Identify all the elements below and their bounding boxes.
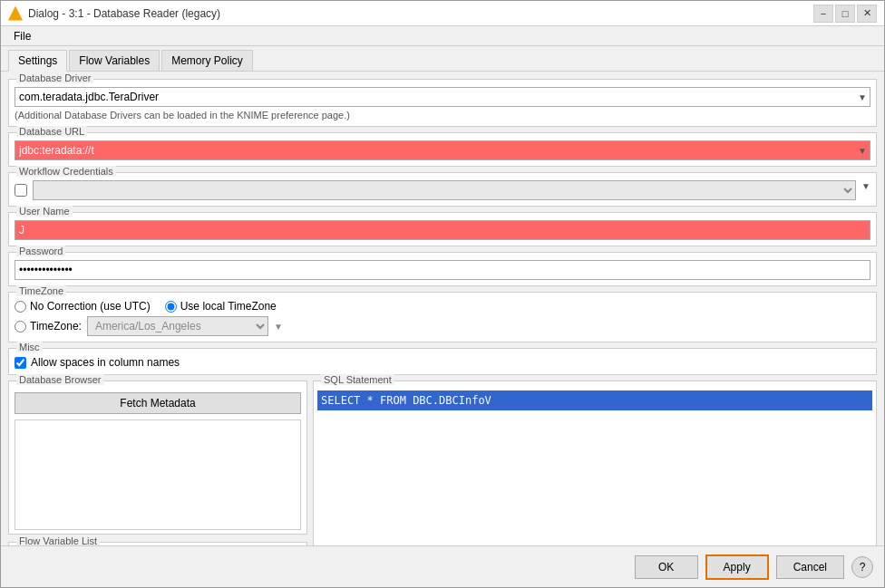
timezone-label: TimeZone (16, 285, 66, 296)
database-url-section: Database URL ▼ (8, 132, 877, 167)
sql-empty-area (314, 412, 876, 545)
user-name-label: User Name (16, 206, 73, 217)
left-stack: Database Browser Fetch Metadata Flow Var… (8, 381, 307, 545)
footer-bar: OK Apply Cancel ? (1, 545, 884, 587)
workflow-credentials-label: Workflow Credentials (16, 166, 116, 177)
driver-hint: (Additional Database Drivers can be load… (15, 110, 870, 120)
bottom-panels: Database Browser Fetch Metadata Flow Var… (8, 381, 877, 545)
timezone-inner: No Correction (use UTC) Use local TimeZo… (15, 300, 870, 336)
title-bar: Dialog - 3:1 - Database Reader (legacy) … (1, 1, 884, 26)
password-section: Password (8, 252, 877, 286)
password-inner (15, 260, 870, 280)
tab-settings[interactable]: Settings (8, 50, 67, 72)
tabs-bar: Settings Flow Variables Memory Policy (1, 46, 884, 72)
database-driver-label: Database Driver (16, 72, 93, 83)
radio-no-correction-label: No Correction (use UTC) (30, 300, 151, 313)
user-name-input[interactable] (15, 220, 870, 240)
database-driver-inner: com.teradata.jdbc.TeraDriver ▼ (Addition… (15, 87, 870, 120)
main-window: Dialog - 3:1 - Database Reader (legacy) … (0, 0, 885, 588)
timezone-section: TimeZone No Correction (use UTC) Use loc… (8, 292, 877, 342)
maximize-button[interactable]: □ (835, 5, 855, 23)
browser-tree (15, 419, 301, 530)
minimize-button[interactable]: − (813, 5, 833, 23)
database-browser-panel: Database Browser Fetch Metadata (8, 381, 307, 535)
database-url-label: Database URL (16, 126, 87, 137)
flow-variable-panel: Flow Variable List s knime.workspace ▲ ▼ (8, 542, 307, 545)
title-bar-left: Dialog - 3:1 - Database Reader (legacy) (8, 6, 220, 21)
misc-section: Misc Allow spaces in column names (8, 348, 877, 375)
driver-select-wrapper: com.teradata.jdbc.TeraDriver ▼ (15, 87, 870, 107)
timezone-select-row: TimeZone: America/Los_Angeles ▼ (15, 316, 870, 336)
credentials-arrow: ▼ (861, 180, 870, 190)
credentials-row: ▼ (15, 180, 870, 200)
driver-select[interactable]: com.teradata.jdbc.TeraDriver (15, 87, 870, 107)
menu-bar: File (1, 26, 884, 46)
sql-selected-text[interactable]: SELECT * FROM DBC.DBCInfoV (317, 390, 872, 410)
browser-label: Database Browser (16, 374, 104, 385)
password-input[interactable] (15, 260, 870, 280)
main-content: Database Driver com.teradata.jdbc.TeraDr… (1, 72, 884, 545)
sql-statement-panel: SQL Statement SELECT * FROM DBC.DBCInfoV… (313, 381, 877, 545)
browser-inner: Fetch Metadata (9, 389, 306, 534)
credentials-checkbox[interactable] (15, 184, 27, 197)
allow-spaces-label[interactable]: Allow spaces in column names (15, 356, 870, 369)
sql-inner: SELECT * FROM DBC.DBCInfoV ◀ ▶ Run SQL q… (314, 389, 876, 545)
misc-inner: Allow spaces in column names (15, 356, 870, 369)
misc-label: Misc (16, 342, 43, 352)
timezone-select[interactable]: America/Los_Angeles (87, 316, 268, 336)
warning-icon (8, 6, 23, 21)
user-name-inner (15, 220, 870, 240)
url-input-row: ▼ (15, 140, 870, 160)
title-controls: − □ ✕ (813, 5, 877, 23)
radio-local-tz-label: Use local TimeZone (180, 300, 277, 313)
flow-variable-label: Flow Variable List (16, 535, 100, 545)
tab-memory-policy[interactable]: Memory Policy (161, 50, 253, 71)
timezone-select-arrow: ▼ (274, 322, 283, 332)
fetch-metadata-button[interactable]: Fetch Metadata (15, 392, 301, 414)
password-label: Password (16, 246, 65, 256)
allow-spaces-checkbox[interactable] (15, 357, 26, 369)
close-button[interactable]: ✕ (857, 5, 877, 23)
database-url-input[interactable] (15, 140, 870, 160)
radio-timezone-specific-input[interactable] (15, 321, 26, 333)
radio-timezone-specific[interactable]: TimeZone: (15, 320, 82, 333)
apply-button[interactable]: Apply (705, 554, 769, 580)
cancel-button[interactable]: Cancel (776, 555, 844, 579)
timezone-radio-group: No Correction (use UTC) Use local TimeZo… (15, 300, 870, 313)
radio-local-tz-input[interactable] (165, 301, 177, 313)
help-button[interactable]: ? (851, 556, 873, 578)
database-url-inner: ▼ (15, 140, 870, 160)
credentials-select[interactable] (33, 180, 856, 200)
database-driver-section: Database Driver com.teradata.jdbc.TeraDr… (8, 79, 877, 127)
workflow-credentials-inner: ▼ (15, 180, 870, 200)
workflow-credentials-section: Workflow Credentials ▼ (8, 172, 877, 207)
timezone-row-label: TimeZone: (30, 320, 82, 333)
tab-flow-variables[interactable]: Flow Variables (69, 50, 160, 71)
menu-file[interactable]: File (6, 28, 38, 44)
radio-no-correction[interactable]: No Correction (use UTC) (15, 300, 151, 313)
ok-button[interactable]: OK (635, 555, 698, 579)
radio-no-correction-input[interactable] (15, 301, 26, 313)
radio-local-tz[interactable]: Use local TimeZone (165, 300, 277, 313)
window-title: Dialog - 3:1 - Database Reader (legacy) (28, 7, 220, 20)
sql-statement-label: SQL Statement (321, 374, 394, 385)
allow-spaces-text: Allow spaces in column names (31, 356, 180, 369)
user-name-section: User Name (8, 212, 877, 246)
